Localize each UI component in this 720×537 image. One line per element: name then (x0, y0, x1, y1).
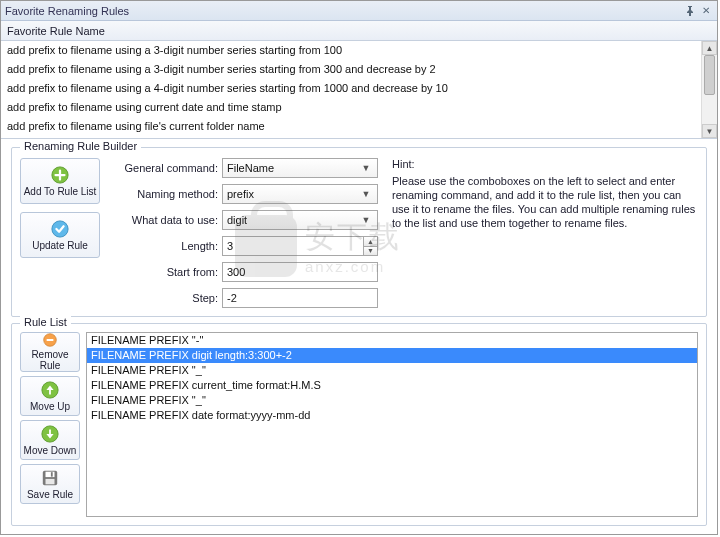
scroll-down-icon[interactable]: ▼ (702, 124, 717, 138)
favorite-row[interactable]: add prefix to filename using current dat… (1, 98, 701, 117)
rule-list-item[interactable]: FILENAME PREFIX current_time format:H.M.… (87, 378, 697, 393)
what-data-label: What data to use: (108, 214, 218, 226)
builder-area: Renaming Rule Builder Add To Rule List U… (1, 139, 717, 323)
close-icon[interactable]: ✕ (699, 4, 713, 18)
naming-method-label: Naming method: (108, 188, 218, 200)
favorites-header-label: Favorite Rule Name (7, 25, 105, 37)
favorites-list-wrap: add prefix to filename using a 3-digit n… (1, 41, 717, 139)
scroll-track[interactable] (702, 55, 717, 124)
general-command-value: FileName (227, 162, 359, 174)
rule-list-item[interactable]: FILENAME PREFIX digit length:3:300+-2 (87, 348, 697, 363)
builder-fieldset: Renaming Rule Builder Add To Rule List U… (11, 147, 707, 317)
favorite-row[interactable]: add prefix to filename using a 3-digit n… (1, 60, 701, 79)
add-to-rule-list-button[interactable]: Add To Rule List (20, 158, 100, 204)
general-command-label: General command: (108, 162, 218, 174)
builder-left-buttons: Add To Rule List Update Rule (20, 158, 100, 308)
naming-method-combo[interactable]: prefix ▼ (222, 184, 378, 204)
svg-rect-7 (46, 471, 55, 476)
svg-rect-3 (47, 339, 54, 341)
chevron-down-icon: ▼ (359, 163, 373, 173)
builder-legend: Renaming Rule Builder (20, 140, 141, 152)
remove-rule-label: Remove Rule (21, 349, 79, 371)
svg-rect-9 (46, 478, 55, 483)
rule-list-item[interactable]: FILENAME PREFIX "-" (87, 333, 697, 348)
favorite-row[interactable]: add prefix to filename using file's curr… (1, 117, 701, 136)
add-button-label: Add To Rule List (24, 186, 97, 197)
move-up-label: Move Up (30, 401, 70, 412)
step-label: Step: (108, 292, 218, 304)
length-spinner[interactable]: 3 ▲▼ (222, 236, 378, 256)
update-button-label: Update Rule (32, 240, 88, 251)
window-root: Favorite Renaming Rules ✕ Favorite Rule … (0, 0, 718, 535)
move-up-button[interactable]: Move Up (20, 376, 80, 416)
favorite-row[interactable]: add prefix to filename using a 3-digit n… (1, 41, 701, 60)
save-rule-button[interactable]: Save Rule (20, 464, 80, 504)
rule-list-buttons: Remove Rule Move Up Move Down Save Rule (20, 332, 80, 517)
rule-list-area: Rule List Remove Rule Move Up Move Down … (1, 323, 717, 534)
scroll-thumb[interactable] (704, 55, 715, 95)
move-down-button[interactable]: Move Down (20, 420, 80, 460)
step-input[interactable]: -2 (222, 288, 378, 308)
spin-down-icon[interactable]: ▼ (363, 247, 377, 256)
general-command-combo[interactable]: FileName ▼ (222, 158, 378, 178)
favorites-scrollbar[interactable]: ▲ ▼ (701, 41, 717, 138)
what-data-combo[interactable]: digit ▼ (222, 210, 378, 230)
rule-list-box[interactable]: FILENAME PREFIX "-"FILENAME PREFIX digit… (86, 332, 698, 517)
favorites-list[interactable]: add prefix to filename using a 3-digit n… (1, 41, 701, 138)
hint-text: Please use the comboboxes on the left to… (392, 174, 698, 230)
length-value: 3 (227, 240, 233, 252)
step-value: -2 (227, 292, 237, 304)
chevron-down-icon: ▼ (359, 189, 373, 199)
titlebar: Favorite Renaming Rules ✕ (1, 1, 717, 21)
chevron-down-icon: ▼ (359, 215, 373, 225)
hint-label: Hint: (392, 158, 698, 170)
pin-icon[interactable] (683, 4, 697, 18)
scroll-up-icon[interactable]: ▲ (702, 41, 717, 55)
start-from-input[interactable]: 300 (222, 262, 378, 282)
favorite-row[interactable]: add prefix to filename using a 4-digit n… (1, 79, 701, 98)
builder-form: General command: FileName ▼ Naming metho… (108, 158, 378, 308)
length-label: Length: (108, 240, 218, 252)
hint-panel: Hint: Please use the comboboxes on the l… (386, 158, 698, 308)
rule-list-fieldset: Rule List Remove Rule Move Up Move Down … (11, 323, 707, 526)
start-from-value: 300 (227, 266, 245, 278)
update-rule-button[interactable]: Update Rule (20, 212, 100, 258)
window-title: Favorite Renaming Rules (5, 5, 681, 17)
what-data-value: digit (227, 214, 359, 226)
move-down-label: Move Down (24, 445, 77, 456)
save-rule-label: Save Rule (27, 489, 73, 500)
spin-up-icon[interactable]: ▲ (363, 237, 377, 247)
remove-rule-button[interactable]: Remove Rule (20, 332, 80, 372)
svg-rect-8 (51, 472, 53, 477)
favorites-header[interactable]: Favorite Rule Name (1, 21, 717, 41)
rule-list-legend: Rule List (20, 316, 71, 328)
naming-method-value: prefix (227, 188, 359, 200)
rule-list-item[interactable]: FILENAME PREFIX date format:yyyy-mm-dd (87, 408, 697, 423)
rule-list-item[interactable]: FILENAME PREFIX "_" (87, 363, 697, 378)
start-from-label: Start from: (108, 266, 218, 278)
rule-list-item[interactable]: FILENAME PREFIX "_" (87, 393, 697, 408)
